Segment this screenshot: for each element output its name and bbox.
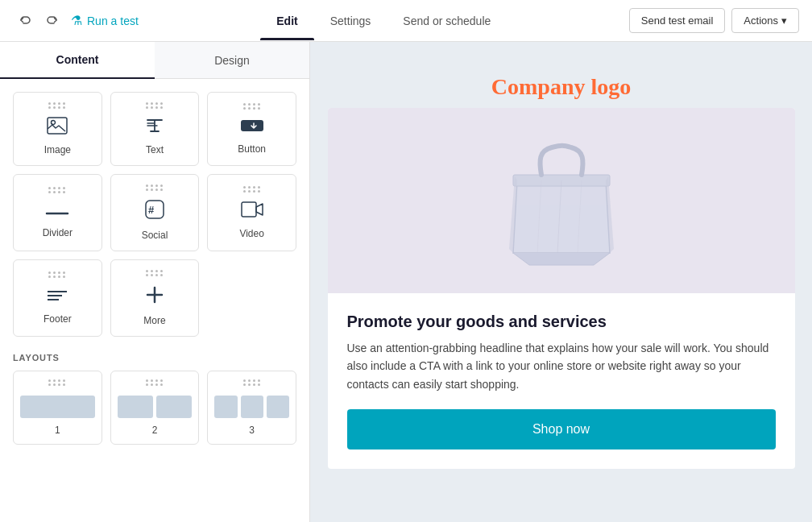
block-social[interactable]: # Social bbox=[110, 174, 200, 251]
layout-2-label: 2 bbox=[152, 425, 158, 436]
nav-right: Send test email Actions ▾ bbox=[629, 8, 799, 33]
block-social-label: Social bbox=[142, 230, 168, 241]
email-headline: Promote your goods and services bbox=[347, 313, 776, 331]
block-image[interactable]: Image bbox=[13, 92, 102, 166]
run-test-button[interactable]: ⚗ Run a test bbox=[71, 13, 139, 28]
block-button[interactable]: Button bbox=[207, 92, 296, 166]
block-more-label: More bbox=[143, 315, 165, 326]
layout-3[interactable]: 3 bbox=[207, 371, 296, 445]
layout-1[interactable]: 1 bbox=[13, 371, 102, 445]
left-panel: Content Design Image bbox=[0, 42, 310, 522]
block-video[interactable]: Video bbox=[207, 174, 296, 251]
drag-dots bbox=[146, 184, 164, 191]
block-video-label: Video bbox=[239, 228, 263, 239]
actions-button[interactable]: Actions ▾ bbox=[731, 8, 799, 33]
undo-redo-group bbox=[13, 9, 64, 33]
tab-design[interactable]: Design bbox=[155, 42, 309, 78]
tab-send-or-schedule[interactable]: Send or schedule bbox=[387, 2, 507, 40]
drag-dots bbox=[243, 103, 261, 110]
drag-dots bbox=[243, 186, 261, 193]
email-content: Promote your goods and services Use an a… bbox=[328, 293, 795, 469]
block-more[interactable]: More bbox=[110, 259, 200, 337]
svg-point-1 bbox=[52, 121, 56, 125]
email-card: Promote your goods and services Use an a… bbox=[328, 108, 795, 469]
block-text[interactable]: Text bbox=[110, 92, 200, 166]
social-icon: # bbox=[144, 199, 165, 225]
product-image-area bbox=[328, 108, 795, 293]
block-button-label: Button bbox=[238, 143, 266, 155]
actions-chevron-icon: ▾ bbox=[781, 14, 787, 27]
flask-icon: ⚗ bbox=[71, 13, 82, 28]
drag-dots bbox=[243, 379, 261, 386]
drag-dots bbox=[48, 187, 66, 193]
video-icon bbox=[241, 201, 263, 223]
tab-edit[interactable]: Edit bbox=[260, 2, 313, 40]
layout-2[interactable]: 2 bbox=[110, 371, 200, 445]
email-preview: Company logo bbox=[328, 58, 795, 506]
drag-dots bbox=[48, 271, 66, 278]
drag-dots bbox=[48, 379, 66, 386]
image-icon bbox=[47, 117, 68, 139]
nav-tabs: Edit Settings Send or schedule bbox=[151, 2, 616, 40]
block-footer[interactable]: Footer bbox=[13, 259, 102, 337]
navbar: ⚗ Run a test Edit Settings Send or sched… bbox=[0, 0, 812, 42]
block-divider[interactable]: Divider bbox=[13, 174, 102, 251]
layout-3-preview bbox=[214, 394, 289, 420]
tab-settings[interactable]: Settings bbox=[314, 2, 387, 40]
email-preview-panel: Company logo bbox=[310, 42, 812, 522]
main-layout: Content Design Image bbox=[0, 42, 812, 522]
block-text-label: Text bbox=[146, 144, 164, 155]
button-icon bbox=[240, 118, 264, 139]
svg-rect-6 bbox=[242, 202, 256, 217]
svg-rect-0 bbox=[48, 118, 67, 134]
layouts-grid: 1 2 bbox=[13, 371, 296, 445]
divider-icon bbox=[45, 201, 69, 222]
drag-dots bbox=[48, 102, 66, 109]
company-logo-text: Company logo bbox=[491, 74, 631, 99]
drag-dots bbox=[146, 102, 164, 109]
panel-tabs: Content Design bbox=[0, 42, 309, 79]
nav-left: ⚗ Run a test bbox=[13, 9, 139, 33]
layout-2-preview bbox=[118, 394, 193, 420]
shop-now-button[interactable]: Shop now bbox=[347, 409, 776, 450]
product-bag-image bbox=[497, 128, 626, 273]
more-icon bbox=[144, 284, 165, 310]
layout-3-label: 3 bbox=[249, 425, 255, 436]
text-icon bbox=[144, 117, 165, 139]
block-footer-label: Footer bbox=[44, 313, 72, 325]
drag-dots bbox=[146, 379, 164, 386]
email-body-text: Use an attention-grabbing headline that … bbox=[347, 339, 776, 393]
layouts-title: LAYOUTS bbox=[13, 353, 296, 362]
blocks-grid: Image Text bbox=[0, 79, 309, 350]
layout-1-preview bbox=[20, 394, 95, 420]
actions-label: Actions bbox=[744, 14, 778, 27]
drag-dots bbox=[146, 270, 164, 276]
layouts-section: LAYOUTS 1 bbox=[0, 350, 309, 458]
block-divider-label: Divider bbox=[43, 227, 72, 238]
redo-button[interactable] bbox=[40, 9, 64, 33]
svg-text:#: # bbox=[148, 204, 155, 216]
block-image-label: Image bbox=[44, 144, 71, 155]
send-test-email-button[interactable]: Send test email bbox=[629, 8, 726, 33]
tab-content[interactable]: Content bbox=[0, 42, 155, 79]
undo-button[interactable] bbox=[13, 9, 37, 33]
run-test-label: Run a test bbox=[87, 14, 139, 27]
footer-icon bbox=[46, 286, 68, 309]
layout-1-label: 1 bbox=[55, 425, 60, 436]
company-logo-header: Company logo bbox=[328, 58, 795, 108]
